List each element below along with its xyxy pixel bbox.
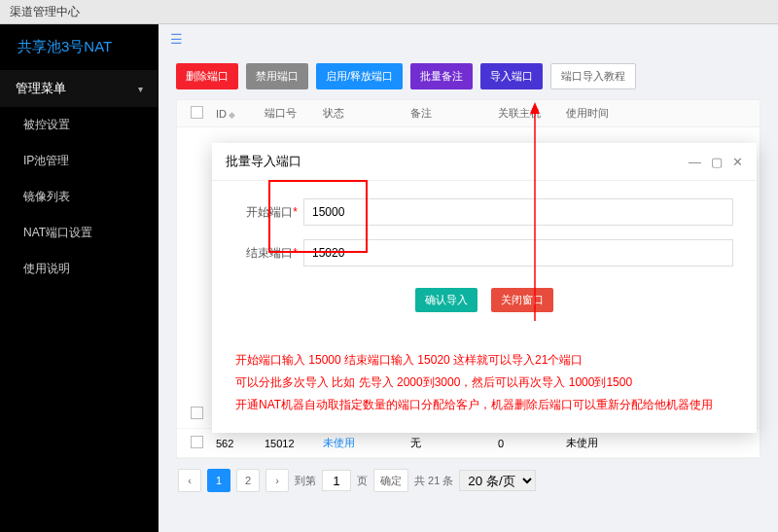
confirm-import-button[interactable]: 确认导入	[415, 288, 477, 312]
toolbar: 删除端口 禁用端口 启用/释放端口 批量备注 导入端口 端口导入教程	[176, 63, 760, 89]
sidebar-item-controlled[interactable]: 被控设置	[0, 107, 159, 143]
chevron-down-icon: ▾	[138, 84, 143, 94]
brand-title: 共享池3号NAT	[0, 24, 159, 70]
col-time: 使用时间	[560, 106, 657, 121]
help-text: 开始端口输入 15000 结束端口输入 15020 这样就可以导入21个端口 可…	[212, 343, 757, 433]
app-title: 渠道管理中心	[10, 5, 80, 18]
sidebar-item-mirror-list[interactable]: 镜像列表	[0, 179, 159, 215]
top-bar: 渠道管理中心	[0, 0, 778, 24]
pager-page-2[interactable]: 2	[236, 469, 260, 492]
pager-size-select[interactable]: 20 条/页	[459, 470, 536, 491]
select-all-checkbox[interactable]	[191, 106, 203, 119]
col-port: 端口号	[259, 106, 317, 121]
cell-port: 15012	[259, 438, 317, 449]
pager-page-input[interactable]	[322, 470, 351, 491]
cell-time: 未使用	[560, 436, 657, 450]
cell-note: 无	[405, 436, 492, 450]
import-modal: 批量导入端口 — ▢ ✕ 开始端口* 结束端口* 确认导入 关闭窗口 开始端口输…	[212, 143, 757, 433]
pager-to-label: 到第	[295, 474, 316, 488]
start-port-input[interactable]	[303, 198, 733, 226]
menu-group-admin[interactable]: 管理菜单 ▾	[0, 70, 159, 107]
sort-icon[interactable]: ◆	[229, 110, 235, 120]
pager-total: 共 21 条	[414, 474, 453, 488]
pager-confirm[interactable]: 确定	[373, 469, 408, 492]
modal-title: 批量导入端口	[226, 153, 301, 170]
end-port-input[interactable]	[303, 239, 733, 266]
sidebar: 共享池3号NAT 管理菜单 ▾ 被控设置 IP池管理 镜像列表 NAT端口设置 …	[0, 24, 159, 532]
table-row: 562 15012 未使用 无 0 未使用	[177, 429, 760, 458]
import-tutorial-button[interactable]: 端口导入教程	[550, 63, 636, 89]
col-note: 备注	[405, 106, 492, 121]
close-window-button[interactable]: 关闭窗口	[491, 288, 553, 312]
col-status: 状态	[317, 106, 405, 121]
pagination: ‹ 1 2 › 到第 页 确定 共 21 条 20 条/页	[176, 459, 760, 502]
minimize-icon[interactable]: —	[689, 155, 701, 169]
hamburger-icon[interactable]: ☰	[170, 31, 183, 47]
help-line-3: 开通NAT机器自动取指定数量的端口分配给客户，机器删除后端口可以重新分配给他机器…	[235, 394, 733, 416]
enable-port-button[interactable]: 启用/释放端口	[316, 63, 403, 89]
pager-next[interactable]: ›	[265, 469, 289, 492]
maximize-icon[interactable]: ▢	[711, 155, 723, 169]
pager-page-1[interactable]: 1	[207, 469, 230, 492]
delete-port-button[interactable]: 删除端口	[176, 63, 238, 89]
help-line-1: 开始端口输入 15000 结束端口输入 15020 这样就可以导入21个端口	[235, 349, 733, 372]
menu-group-label: 管理菜单	[16, 80, 66, 97]
disable-port-button[interactable]: 禁用端口	[246, 63, 308, 89]
col-host: 关联主机	[492, 106, 560, 121]
table-header: ID◆ 端口号 状态 备注 关联主机 使用时间	[176, 99, 760, 127]
row-checkbox[interactable]	[191, 436, 203, 448]
cell-status: 未使用	[317, 436, 405, 450]
row-checkbox[interactable]	[191, 407, 203, 419]
start-port-label: 开始端口	[246, 205, 293, 219]
col-id: ID	[216, 108, 227, 120]
pager-prev[interactable]: ‹	[178, 469, 201, 492]
sidebar-item-help[interactable]: 使用说明	[0, 251, 159, 287]
batch-note-button[interactable]: 批量备注	[410, 63, 473, 89]
help-line-2: 可以分批多次导入 比如 先导入 2000到3000，然后可以再次导入 1000到…	[235, 372, 733, 394]
pager-page-label: 页	[357, 474, 368, 488]
import-port-button[interactable]: 导入端口	[480, 63, 543, 89]
end-port-label: 结束端口	[246, 246, 293, 260]
cell-id: 562	[210, 438, 259, 449]
close-icon[interactable]: ✕	[732, 155, 743, 169]
sidebar-item-nat-port[interactable]: NAT端口设置	[0, 215, 159, 251]
sidebar-item-ip-pool[interactable]: IP池管理	[0, 143, 159, 179]
cell-host: 0	[492, 438, 560, 449]
